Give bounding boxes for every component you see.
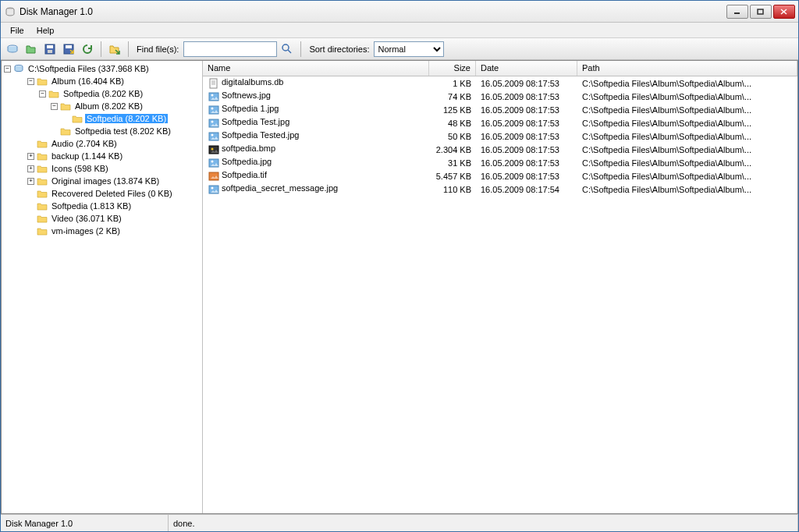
close-button[interactable] xyxy=(773,5,795,19)
file-path-cell: C:\Softpedia Files\Album\Softpedia\Album… xyxy=(577,158,797,168)
file-date-cell: 16.05.2009 08:17:53 xyxy=(476,158,577,168)
list-item[interactable]: Softpedia.jpg31 KB16.05.2009 08:17:53C:\… xyxy=(203,156,797,169)
folder-icon xyxy=(37,189,48,198)
toolbar-separator xyxy=(300,41,301,57)
tree-node[interactable]: Softpedia test (8.202 KB) xyxy=(2,125,202,137)
svg-rect-8 xyxy=(48,50,52,53)
file-size-cell: 110 KB xyxy=(429,185,476,194)
column-date[interactable]: Date xyxy=(476,61,577,76)
expand-toggle[interactable]: − xyxy=(4,66,11,73)
list-item[interactable]: softpedia.bmp2.304 KB16.05.2009 08:17:53… xyxy=(203,143,797,156)
list-item[interactable]: Softpedia.tif5.457 KB16.05.2009 08:17:53… xyxy=(203,169,797,183)
folder-icon xyxy=(72,114,83,123)
folder-icon xyxy=(37,139,48,148)
tree-node[interactable]: −Album (16.404 KB) xyxy=(2,75,202,87)
expand-toggle[interactable]: − xyxy=(27,78,34,85)
tree-node[interactable]: −Album (8.202 KB) xyxy=(2,100,202,112)
browse-button[interactable] xyxy=(106,41,123,58)
list-item[interactable]: digitalalbums.db1 KB16.05.2009 08:17:53C… xyxy=(203,76,797,90)
toolbar-separator xyxy=(101,41,101,57)
file-listview[interactable]: Name Size Date Path digitalalbums.db1 KB… xyxy=(203,61,797,513)
file-icon xyxy=(208,144,220,155)
toolbar: Find file(s): Sort directories: Normal xyxy=(1,38,798,60)
expand-toggle[interactable]: + xyxy=(27,153,34,160)
file-path-cell: C:\Softpedia Files\Album\Softpedia\Album… xyxy=(577,92,797,101)
main-body: − C:\Softpedia Files (337.968 KB) −Album… xyxy=(1,60,798,514)
folder-icon xyxy=(37,164,48,173)
svg-rect-2 xyxy=(758,9,763,14)
file-date-cell: 16.05.2009 08:17:53 xyxy=(476,92,577,101)
search-icon[interactable] xyxy=(279,41,296,58)
svg-rect-14 xyxy=(210,79,217,88)
list-item[interactable]: Softnews.jpg74 KB16.05.2009 08:17:53C:\S… xyxy=(203,90,797,103)
file-date-cell: 16.05.2009 08:17:53 xyxy=(476,172,577,181)
tree-node[interactable]: Video (36.071 KB) xyxy=(2,212,202,225)
open-button[interactable] xyxy=(23,41,40,58)
find-files-input[interactable] xyxy=(183,41,277,57)
tree-node[interactable]: +backup (1.144 KB) xyxy=(2,150,202,162)
file-path-cell: C:\Softpedia Files\Album\Softpedia\Album… xyxy=(577,79,797,88)
tree-node-label: Audio (2.704 KB) xyxy=(50,139,119,148)
folder-icon xyxy=(37,151,48,161)
column-path[interactable]: Path xyxy=(577,61,797,76)
refresh-button[interactable] xyxy=(79,41,96,58)
file-size-cell: 48 KB xyxy=(429,119,476,128)
menu-file[interactable]: File xyxy=(4,24,30,37)
tree-node-label: Softpedia test (8.202 KB) xyxy=(73,126,172,136)
tree-node[interactable]: Softpedia (1.813 KB) xyxy=(2,200,202,212)
expand-toggle[interactable]: + xyxy=(27,165,34,172)
svg-point-29 xyxy=(211,160,214,162)
window-buttons xyxy=(726,5,795,19)
minimize-button[interactable] xyxy=(726,5,748,19)
svg-point-32 xyxy=(211,186,214,189)
titlebar[interactable]: Disk Manager 1.0 xyxy=(1,1,798,23)
expand-toggle-empty xyxy=(27,140,34,147)
file-size-cell: 2.304 KB xyxy=(429,145,476,154)
file-size-cell: 5.457 KB xyxy=(429,172,476,181)
save-as-button[interactable] xyxy=(60,41,77,58)
expand-toggle[interactable]: − xyxy=(51,103,58,110)
list-item[interactable]: Softpedia 1.jpg125 KB16.05.2009 08:17:53… xyxy=(203,103,797,116)
save-button[interactable] xyxy=(41,41,59,58)
menubar: File Help xyxy=(1,23,798,38)
app-window: Disk Manager 1.0 File Help Find file(s):… xyxy=(0,0,799,532)
expand-toggle[interactable]: + xyxy=(27,178,34,185)
list-item[interactable]: softpedia_secret_message.jpg110 KB16.05.… xyxy=(203,183,797,196)
file-date-cell: 16.05.2009 08:17:54 xyxy=(476,185,577,194)
tree-node-label: Album (8.202 KB) xyxy=(73,101,144,111)
drive-icon xyxy=(13,64,24,73)
tree-node[interactable]: +Original images (13.874 KB) xyxy=(2,175,202,187)
svg-rect-7 xyxy=(47,45,53,48)
list-item[interactable]: Softpedia Test.jpg48 KB16.05.2009 08:17:… xyxy=(203,116,797,129)
svg-point-21 xyxy=(211,107,214,109)
find-files-label: Find file(s): xyxy=(133,44,182,54)
menu-help[interactable]: Help xyxy=(30,24,61,37)
tree-node[interactable]: −Softpedia (8.202 KB) xyxy=(2,87,202,100)
sort-directories-select[interactable]: Normal xyxy=(374,41,444,57)
tree-node[interactable]: vm-images (2 KB) xyxy=(2,225,202,237)
tree-root[interactable]: − C:\Softpedia Files (337.968 KB) xyxy=(2,62,202,75)
svg-line-12 xyxy=(288,50,291,53)
folder-icon xyxy=(37,226,48,236)
toolbar-separator xyxy=(128,41,129,57)
tree-node[interactable]: Recovered Deleted Files (0 KB) xyxy=(2,187,202,200)
tree-node[interactable]: Audio (2.704 KB) xyxy=(2,137,202,150)
maximize-button[interactable] xyxy=(750,5,772,19)
column-size[interactable]: Size xyxy=(429,61,476,76)
file-name-cell: Softpedia Test.jpg xyxy=(203,117,429,128)
file-size-cell: 50 KB xyxy=(429,132,476,141)
tree-node[interactable]: Softpedia (8.202 KB) xyxy=(2,112,202,125)
file-size-cell: 74 KB xyxy=(429,92,476,101)
directory-tree[interactable]: − C:\Softpedia Files (337.968 KB) −Album… xyxy=(2,61,203,513)
sort-directories-label: Sort directories: xyxy=(306,44,372,54)
file-name-cell: Softnews.jpg xyxy=(203,90,429,101)
scan-disk-button[interactable] xyxy=(4,41,21,58)
folder-icon xyxy=(37,76,48,86)
file-date-cell: 16.05.2009 08:17:53 xyxy=(476,119,577,128)
list-item[interactable]: Softpedia Tested.jpg50 KB16.05.2009 08:1… xyxy=(203,129,797,143)
file-icon xyxy=(208,184,220,195)
status-app: Disk Manager 1.0 xyxy=(1,515,169,531)
tree-node[interactable]: +Icons (598 KB) xyxy=(2,162,202,175)
expand-toggle[interactable]: − xyxy=(39,90,46,98)
column-name[interactable]: Name xyxy=(203,61,429,76)
